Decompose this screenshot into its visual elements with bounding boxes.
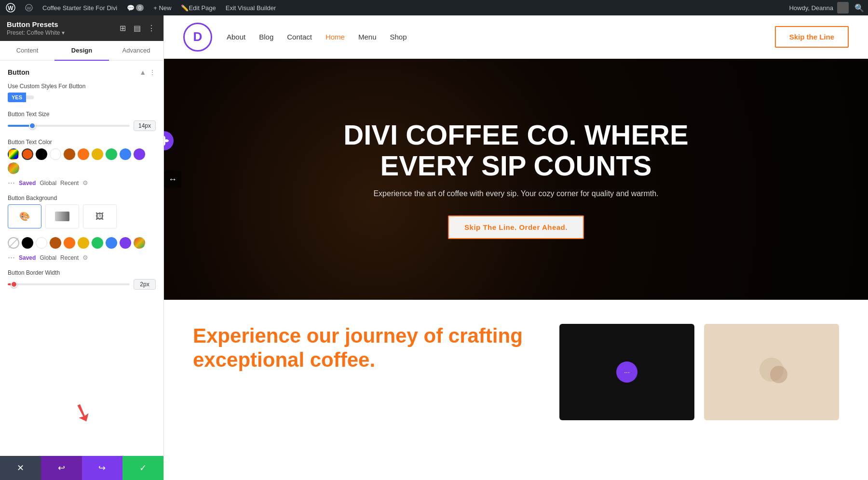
- nav-menu[interactable]: Menu: [358, 33, 377, 41]
- custom-styles-toggle[interactable]: YES: [8, 93, 156, 102]
- below-card-light: [704, 324, 839, 420]
- border-width-slider-row: 2px: [8, 279, 156, 290]
- nav-home[interactable]: Home: [326, 33, 345, 41]
- panel-icon-responsive[interactable]: ⊞: [117, 23, 128, 34]
- nav-blog[interactable]: Blog: [259, 33, 273, 41]
- section-header: Button ▲ ⋮: [8, 68, 156, 76]
- admin-bar-exit-builder[interactable]: Exit Visual Builder: [222, 0, 280, 15]
- cancel-button[interactable]: ✕: [0, 456, 41, 480]
- user-avatar: [837, 2, 849, 13]
- nav-contact[interactable]: Contact: [287, 33, 312, 41]
- tab-design[interactable]: Design: [54, 41, 109, 61]
- svg-text:W: W: [27, 6, 31, 11]
- tab-advanced[interactable]: Advanced: [109, 41, 163, 61]
- below-card-dark: ···: [559, 324, 694, 420]
- card-play-button[interactable]: ···: [616, 361, 637, 383]
- color-picker-swatch[interactable]: [8, 148, 19, 160]
- search-icon[interactable]: 🔍: [854, 3, 864, 13]
- nav-shop[interactable]: Shop: [390, 33, 407, 41]
- color-swatch-orange2[interactable]: [78, 148, 89, 160]
- color-swatch-orange[interactable]: [22, 148, 33, 160]
- color-meta-global[interactable]: Global: [40, 180, 56, 187]
- panel-preset[interactable]: Preset: Coffee White ▾: [7, 29, 65, 36]
- panel-icon-more[interactable]: ⋮: [146, 23, 157, 34]
- bg-color-purple[interactable]: [120, 237, 131, 249]
- bg-color-trans[interactable]: [8, 237, 19, 249]
- color-meta2-saved[interactable]: Saved: [19, 254, 36, 261]
- nav-about[interactable]: About: [227, 33, 245, 41]
- panel-tabs: Content Design Advanced: [0, 41, 163, 61]
- color-swatch-green[interactable]: [106, 148, 117, 160]
- admin-bar-site-icon[interactable]: W: [21, 0, 37, 15]
- text-color-swatches: [8, 148, 156, 174]
- edit-page-label: Edit Page: [189, 4, 216, 12]
- color-swatch-multi[interactable]: [8, 162, 19, 174]
- left-panel: Button Presets Preset: Coffee White ▾ ⊞ …: [0, 15, 164, 480]
- divi-arrow-button[interactable]: ↔: [164, 171, 181, 188]
- color-swatch-brown[interactable]: [64, 148, 75, 160]
- svg-line-4: [9, 238, 18, 248]
- section-collapse-icon[interactable]: ▲: [139, 68, 146, 76]
- section-title: Button: [8, 68, 29, 76]
- bg-color-orange[interactable]: [64, 237, 75, 249]
- admin-bar-new[interactable]: + New: [149, 0, 175, 15]
- bg-image-option[interactable]: 🖼: [83, 204, 117, 228]
- border-width-value[interactable]: 2px: [134, 279, 156, 290]
- tab-content[interactable]: Content: [0, 41, 54, 61]
- color-swatch-white[interactable]: [50, 148, 61, 160]
- color-meta-recent[interactable]: Recent: [60, 180, 79, 187]
- admin-bar-comments[interactable]: 💬 0: [123, 0, 148, 15]
- color-meta-dots[interactable]: ···: [8, 178, 15, 188]
- hero-cta-button[interactable]: Skip The Line. Order Ahead.: [448, 215, 584, 239]
- color-meta2-dots[interactable]: ···: [8, 253, 15, 263]
- color-meta-saved[interactable]: Saved: [19, 180, 36, 187]
- undo-button[interactable]: ↩: [41, 456, 82, 480]
- color-meta2-recent[interactable]: Recent: [60, 254, 79, 261]
- text-color-label: Button Text Color: [8, 139, 156, 146]
- text-size-slider-row: 14px: [8, 120, 156, 131]
- below-hero-section: Experience our journey of crafting excep…: [164, 300, 868, 444]
- comment-icon: 💬: [127, 4, 135, 12]
- border-width-track[interactable]: [8, 283, 130, 285]
- bg-image-icon: 🖼: [95, 212, 104, 222]
- site-preview: D About Blog Contact Home Menu Shop Skip…: [164, 15, 868, 480]
- bg-color-black[interactable]: [22, 237, 33, 249]
- svg-text:W: W: [8, 5, 14, 12]
- color-swatch-black[interactable]: [36, 148, 47, 160]
- color-swatch-blue[interactable]: [120, 148, 131, 160]
- section-more-icon[interactable]: ⋮: [149, 68, 156, 76]
- bg-color-multi[interactable]: [134, 237, 145, 249]
- logo-letter: D: [193, 29, 203, 44]
- color-swatch-purple[interactable]: [134, 148, 145, 160]
- bg-color-green[interactable]: [92, 237, 103, 249]
- bg-color-brown[interactable]: [50, 237, 61, 249]
- bg-label: Button Background: [8, 195, 156, 201]
- color-swatch-yellow[interactable]: [92, 148, 103, 160]
- panel-content: Button ▲ ⋮ Use Custom Styles For Button …: [0, 61, 163, 456]
- bg-color-white[interactable]: [36, 237, 47, 249]
- toggle-yes-label[interactable]: YES: [8, 93, 26, 102]
- text-size-track[interactable]: [8, 125, 130, 127]
- border-width-thumb[interactable]: [11, 281, 17, 288]
- color-meta2-gear-icon[interactable]: ⚙: [82, 254, 88, 261]
- hero-subtitle: Experience the art of coffee with every …: [323, 189, 709, 198]
- below-hero-text: Experience our journey of crafting excep…: [193, 324, 545, 373]
- bg-color-yellow[interactable]: [78, 237, 89, 249]
- bg-gradient-option[interactable]: [45, 204, 79, 228]
- bg-gradient-icon: [55, 212, 69, 221]
- redo-button[interactable]: ↪: [82, 456, 123, 480]
- wp-logo-icon[interactable]: W: [4, 1, 17, 14]
- bg-solid-option[interactable]: 🎨: [8, 204, 41, 228]
- color-meta-row: ··· Saved Global Recent ⚙: [8, 178, 156, 188]
- text-size-thumb[interactable]: [29, 122, 36, 129]
- color-meta2-global[interactable]: Global: [40, 254, 56, 261]
- bg-solid-icon: 🎨: [19, 211, 30, 222]
- save-button[interactable]: ✓: [122, 456, 163, 480]
- panel-icon-columns[interactable]: ▤: [132, 23, 142, 34]
- bg-color-blue[interactable]: [106, 237, 117, 249]
- text-size-value[interactable]: 14px: [134, 120, 156, 131]
- skip-line-nav-button[interactable]: Skip the Line: [775, 26, 849, 48]
- admin-bar-site-name[interactable]: Coffee Starter Site For Divi: [39, 0, 121, 15]
- color-meta-gear-icon[interactable]: ⚙: [82, 179, 88, 187]
- admin-bar-edit-page[interactable]: ✏️ Edit Page: [177, 0, 219, 15]
